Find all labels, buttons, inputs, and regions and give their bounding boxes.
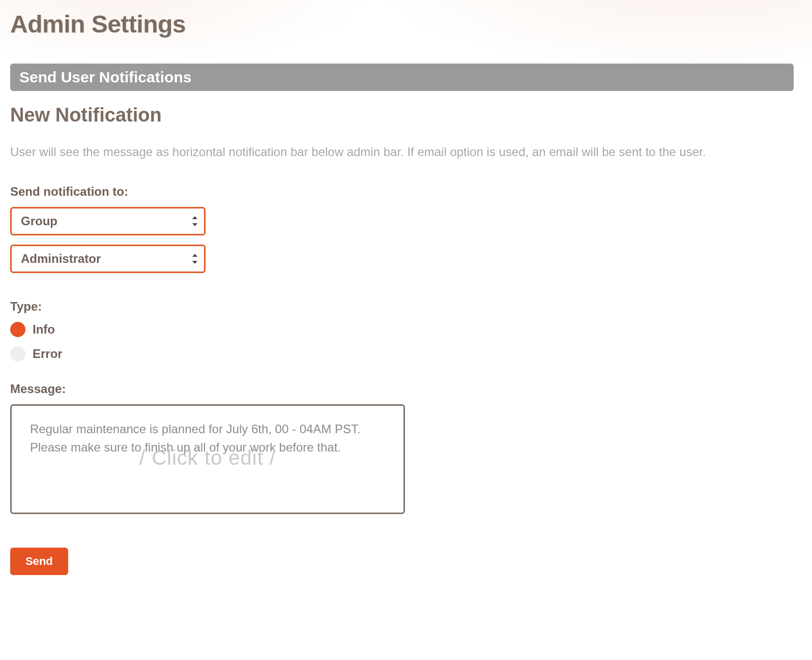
message-label: Message: — [10, 382, 802, 396]
type-option-error[interactable]: Error — [10, 346, 802, 362]
radio-icon[interactable] — [10, 346, 25, 362]
recipient-scope-select-wrap: Group — [10, 207, 206, 235]
type-option-info[interactable]: Info — [10, 322, 802, 337]
type-label: Type: — [10, 299, 802, 314]
type-option-label: Error — [33, 347, 63, 361]
radio-icon[interactable] — [10, 322, 25, 337]
recipient-scope-select[interactable]: Group — [10, 207, 206, 235]
message-textarea[interactable] — [10, 404, 405, 514]
recipient-label: Send notification to: — [10, 185, 802, 199]
section-description: User will see the message as horizontal … — [10, 143, 794, 161]
recipient-target-select-wrap: Administrator — [10, 245, 206, 273]
send-button[interactable]: Send — [10, 548, 68, 575]
panel-header: Send User Notifications — [10, 64, 794, 91]
page-title: Admin Settings — [10, 10, 802, 38]
type-option-label: Info — [33, 322, 55, 337]
section-title: New Notification — [10, 104, 802, 126]
message-field-wrap: / Click to edit / — [10, 404, 405, 516]
recipient-target-select[interactable]: Administrator — [10, 245, 206, 273]
notifications-panel: Send User Notifications New Notification… — [10, 64, 802, 575]
